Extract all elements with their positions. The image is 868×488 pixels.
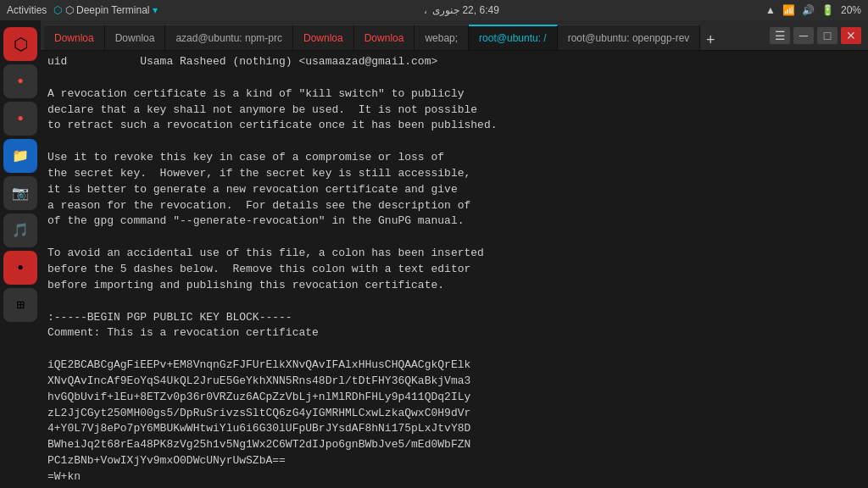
- sidebar-icon-2[interactable]: ●: [3, 64, 37, 98]
- terminal-line: before the 5 dashes below. Remove this c…: [47, 262, 861, 278]
- tab-npm-prc[interactable]: azad@ubuntu: npm-prc: [165, 25, 293, 50]
- terminal-line: [47, 230, 861, 246]
- terminal-line: =W+kn: [47, 469, 861, 485]
- add-tab-button[interactable]: +: [700, 30, 721, 50]
- volume-icon[interactable]: 🔊: [802, 4, 815, 16]
- tab-webapp[interactable]: webap;: [415, 25, 469, 50]
- battery-label: 20%: [841, 4, 861, 16]
- terminal-line: of the gpg command "--generate-revocatio…: [47, 214, 861, 230]
- system-tray-up[interactable]: ▲: [765, 4, 776, 16]
- network-icon: 📶: [782, 4, 795, 16]
- terminal-line: before importing and publishing this rev…: [47, 278, 861, 294]
- terminal-line: Use it to revoke this key in case of a c…: [47, 150, 861, 166]
- terminal-line: iQE2BCABCgAgFiEEPv+EM8VnqnGzFJFUrElkXNvQ…: [47, 358, 861, 374]
- terminal-line: [47, 294, 861, 310]
- sidebar-icon-4[interactable]: 📁: [3, 139, 37, 173]
- main-area: Downloa Downloa azad@ubuntu: npm-prc Dow…: [41, 20, 868, 488]
- tabs-container: Downloa Downloa azad@ubuntu: npm-prc Dow…: [44, 20, 770, 50]
- terminal-line: uid Usama Rasheed (nothing) <usamaazad@g…: [47, 54, 861, 70]
- terminal-line: declare that a key shall not anymore be …: [47, 103, 861, 119]
- tab-download-4[interactable]: Downloa: [354, 25, 415, 50]
- minimize-button[interactable]: ─: [793, 27, 814, 44]
- sidebar-icon-8[interactable]: ⊞: [3, 288, 37, 322]
- activities-label[interactable]: Activities: [7, 4, 47, 16]
- menu-button[interactable]: ☰: [770, 27, 790, 44]
- app-name-label: ⬡ ⬡ Deepin Terminal ▾: [53, 4, 158, 16]
- clock-separator: ،: [424, 4, 427, 16]
- terminal-line: [47, 341, 861, 358]
- sidebar-icon-1[interactable]: ⬡: [3, 27, 37, 61]
- terminal-line: [47, 70, 861, 86]
- sidebar: ⬡ ● ● 📁 📷 🎵 ● ⊞: [0, 20, 41, 488]
- terminal-content[interactable]: uid Usama Rasheed (nothing) <usamaazad@g…: [41, 51, 868, 488]
- sidebar-icon-5[interactable]: 📷: [3, 176, 37, 210]
- tab-download-1[interactable]: Downloa: [44, 25, 105, 50]
- terminal-line: A revocation certificate is a kind of "k…: [47, 86, 861, 103]
- tab-download-3[interactable]: Downloa: [293, 25, 354, 50]
- terminal-line: [47, 134, 861, 150]
- clock-label: 6:49 ,22 جنوری: [432, 4, 499, 16]
- battery-icon: 🔋: [821, 4, 834, 16]
- terminal-line: to retract such a revocation certificate…: [47, 118, 861, 134]
- system-bar-left: Activities ⬡ ⬡ Deepin Terminal ▾: [7, 4, 158, 16]
- tab-root-home[interactable]: root@ubuntu: /: [469, 25, 558, 50]
- terminal-line: hvGQbUvif+lEu+8ETZv0p36r0VRZuz6ACpZzVbLj…: [47, 390, 861, 406]
- terminal-line: XNvQAvIncAf9EoYqS4UkQL2JruE5GeYkhXNN5Rns…: [47, 374, 861, 390]
- maximize-button[interactable]: □: [817, 27, 837, 44]
- terminal-line: zL2JjCGyt250MH00gs5/DpRuSrivzsSltCQ6zG4y…: [47, 406, 861, 422]
- terminal-window: ⬡ ● ● 📁 📷 🎵 ● ⊞ Downloa Downloa azad@ubu…: [0, 20, 868, 488]
- terminal-line: :-----BEGIN PGP PUBLIC KEY BLOCK-----: [47, 310, 861, 326]
- tab-openpgp[interactable]: root@ubuntu: openpgp-rev: [558, 25, 701, 50]
- sidebar-icon-6[interactable]: 🎵: [3, 214, 37, 247]
- tab-download-2[interactable]: Downloa: [105, 25, 166, 50]
- terminal-line: it is better to generate a new revocatio…: [47, 182, 861, 198]
- system-bar-right: ▲ 📶 🔊 🔋 20%: [765, 4, 861, 16]
- sidebar-icon-7[interactable]: ●: [3, 251, 37, 285]
- terminal-line: Comment: This is a revocation certificat…: [47, 325, 861, 341]
- title-bar-controls: ☰ ─ □ ✕: [770, 27, 865, 44]
- terminal-line: BWheiJq2t68rEa48PK8zVg25h1v5Ng1Wx2C6WT2d…: [47, 437, 861, 453]
- terminal-line: PC1zBNb+VowIXjYv9mxO0DWcUNyrUwSZbA==: [47, 453, 861, 469]
- system-bar-center: 6:49 ,22 جنوری ،: [424, 4, 499, 16]
- system-bar: Activities ⬡ ⬡ Deepin Terminal ▾ 6:49 ,2…: [0, 0, 868, 20]
- close-button[interactable]: ✕: [841, 27, 861, 44]
- terminal-line: 4+Y0L7Vj8ePo7pY6MBUKwWHtwiYlu6i6G30lUFpU…: [47, 421, 861, 437]
- terminal-line: a reason for the revocation. For details…: [47, 198, 861, 214]
- terminal-line: the secret key. However, if the secret k…: [47, 166, 861, 182]
- terminal-line: To avoid an accidental use of this file,…: [47, 246, 861, 262]
- title-bar: Downloa Downloa azad@ubuntu: npm-prc Dow…: [41, 20, 868, 51]
- sidebar-icon-3[interactable]: ●: [3, 102, 37, 136]
